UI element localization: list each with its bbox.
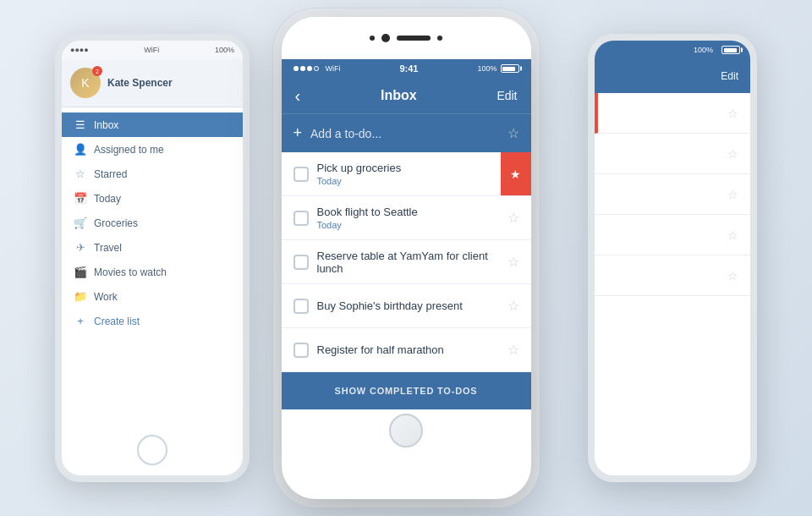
camera xyxy=(381,34,390,42)
todo-checkbox-reserve[interactable] xyxy=(294,255,309,270)
battery-percent: 100% xyxy=(477,64,497,73)
edit-button-right[interactable]: Edit xyxy=(721,70,738,82)
show-completed-bar[interactable]: SHOW COMPLETED TO-DOS xyxy=(282,372,531,409)
phone-top-decoration xyxy=(282,17,531,59)
show-completed-text: SHOW COMPLETED TO-DOS xyxy=(335,386,478,396)
todo-star-flight[interactable]: ☆ xyxy=(508,210,519,226)
todo-title-groceries: Pick up groceries xyxy=(317,162,519,174)
signal-left: ●●●● xyxy=(70,46,89,54)
star-icon-r1: ☆ xyxy=(727,107,738,120)
create-icon: + xyxy=(74,315,87,327)
todo-checkbox-marathon[interactable] xyxy=(294,343,309,358)
list-item: ☆ xyxy=(595,255,750,296)
edit-button[interactable]: Edit xyxy=(497,89,517,102)
camera-dot xyxy=(370,36,375,41)
signal-dot-4 xyxy=(314,66,319,71)
nav-bar-right: Edit xyxy=(595,59,750,93)
todo-subtitle-groceries: Today xyxy=(317,176,519,186)
sidebar-item-create[interactable]: + Create list xyxy=(62,309,243,333)
todo-star-reserve[interactable]: ☆ xyxy=(508,254,519,270)
star-icon-r4: ☆ xyxy=(727,228,738,242)
battery-icon xyxy=(501,64,519,73)
list-item: ☆ xyxy=(595,215,750,255)
signal-dot-2 xyxy=(300,66,305,71)
avatar-badge: 2 xyxy=(92,66,102,76)
add-todo-placeholder[interactable]: Add a to-do... xyxy=(310,127,498,140)
today-icon: 📅 xyxy=(74,192,87,205)
sidebar-item-groceries[interactable]: 🛒 Groceries xyxy=(62,211,243,235)
avatar: K 2 xyxy=(70,68,101,98)
status-bar-left: ●●●● WiFi 100% xyxy=(62,41,243,59)
work-icon: 📁 xyxy=(74,290,87,303)
sidebar-label-inbox: Inbox xyxy=(94,119,118,131)
inbox-icon: ☰ xyxy=(74,118,87,131)
nav-title: Inbox xyxy=(381,88,417,103)
add-todo-bar[interactable]: + Add a to-do... ☆ xyxy=(282,113,531,152)
sidebar-item-travel[interactable]: ✈ Travel xyxy=(62,235,243,260)
sidebar-item-movies[interactable]: 🎬 Movies to watch xyxy=(62,260,243,284)
star-icon-r2: ☆ xyxy=(727,147,738,161)
status-bar-right: 100% xyxy=(595,41,750,59)
status-right: 100% xyxy=(477,64,518,73)
home-button-left[interactable] xyxy=(137,435,167,465)
sidebar-item-work[interactable]: 📁 Work xyxy=(62,284,243,309)
todo-item-birthday[interactable]: Buy Sophie's birthday present ☆ xyxy=(282,284,531,328)
phone-main: WiFi 9:41 100% ‹ Inbox Edit + Add a to-d… xyxy=(282,17,531,499)
main-nav-bar: ‹ Inbox Edit xyxy=(282,78,531,113)
star-icon-r5: ☆ xyxy=(727,269,738,283)
todo-list: Pick up groceries Today ★ Book flight to… xyxy=(282,152,531,372)
todo-subtitle-flight: Today xyxy=(317,220,499,230)
add-plus-icon: + xyxy=(294,124,303,142)
signal-dot-3 xyxy=(307,66,312,71)
sidebar-label-starred: Starred xyxy=(94,168,127,180)
assigned-icon: 👤 xyxy=(74,143,87,156)
todo-content-groceries: Pick up groceries Today xyxy=(317,155,519,193)
todo-checkbox-birthday[interactable] xyxy=(294,299,309,314)
todo-checkbox-groceries[interactable] xyxy=(294,167,309,182)
sidebar-label-travel: Travel xyxy=(94,242,122,254)
sidebar-item-starred[interactable]: ☆ Starred xyxy=(62,162,243,186)
sidebar-list: ☰ Inbox 👤 Assigned to me ☆ Starred 📅 Tod… xyxy=(62,107,243,338)
list-item: ☆ xyxy=(595,174,750,215)
todo-star-marathon[interactable]: ☆ xyxy=(508,342,519,358)
todo-checkbox-flight[interactable] xyxy=(294,211,309,226)
list-item: ☆ xyxy=(595,93,750,134)
star-icon: ☆ xyxy=(74,167,87,180)
todo-content-reserve: Reserve table at YamYam for client lunch xyxy=(317,243,499,282)
todo-item-reserve[interactable]: Reserve table at YamYam for client lunch… xyxy=(282,240,531,284)
sensor-dot xyxy=(437,36,442,41)
sidebar-label-today: Today xyxy=(94,193,121,205)
battery-left: 100% xyxy=(215,46,234,54)
travel-icon: ✈ xyxy=(74,241,87,254)
sidebar-label-movies: Movies to watch xyxy=(94,266,167,278)
list-item: ☆ xyxy=(595,134,750,174)
sidebar-label-assigned: Assigned to me xyxy=(94,144,164,156)
status-left: WiFi xyxy=(294,64,341,73)
sidebar-item-inbox[interactable]: ☰ Inbox xyxy=(62,113,243,137)
battery-right: 100% xyxy=(694,46,713,54)
todo-item-flight[interactable]: Book flight to Seattle Today ☆ xyxy=(282,196,531,240)
main-status-bar: WiFi 9:41 100% xyxy=(282,59,531,78)
todo-content-flight: Book flight to Seattle Today xyxy=(317,199,499,237)
groceries-icon: 🛒 xyxy=(74,217,87,229)
sidebar-item-assigned[interactable]: 👤 Assigned to me xyxy=(62,137,243,162)
signal-dot-1 xyxy=(294,66,299,71)
right-list: ☆ ☆ ☆ ☆ ☆ xyxy=(595,93,750,296)
todo-content-marathon: Register for half marathon xyxy=(317,337,499,363)
add-todo-star-icon[interactable]: ☆ xyxy=(508,125,519,141)
todo-item-groceries[interactable]: Pick up groceries Today ★ xyxy=(282,152,531,196)
phone-left: ●●●● WiFi 100% K 2 Kate Spencer ☰ Inbox … xyxy=(55,34,250,482)
todo-star-birthday[interactable]: ☆ xyxy=(508,298,519,314)
signal-dots xyxy=(294,66,319,71)
todo-item-marathon[interactable]: Register for half marathon ☆ xyxy=(282,328,531,372)
wifi-left: WiFi xyxy=(144,46,159,54)
back-button[interactable]: ‹ xyxy=(295,86,301,106)
todo-title-flight: Book flight to Seattle xyxy=(317,206,499,218)
speaker xyxy=(397,36,431,41)
home-button[interactable] xyxy=(389,414,423,447)
todo-title-birthday: Buy Sophie's birthday present xyxy=(317,299,499,312)
todo-flag-groceries[interactable]: ★ xyxy=(501,152,531,195)
sidebar-item-today[interactable]: 📅 Today xyxy=(62,186,243,211)
wifi-indicator: WiFi xyxy=(326,64,341,73)
movies-icon: 🎬 xyxy=(74,266,87,278)
